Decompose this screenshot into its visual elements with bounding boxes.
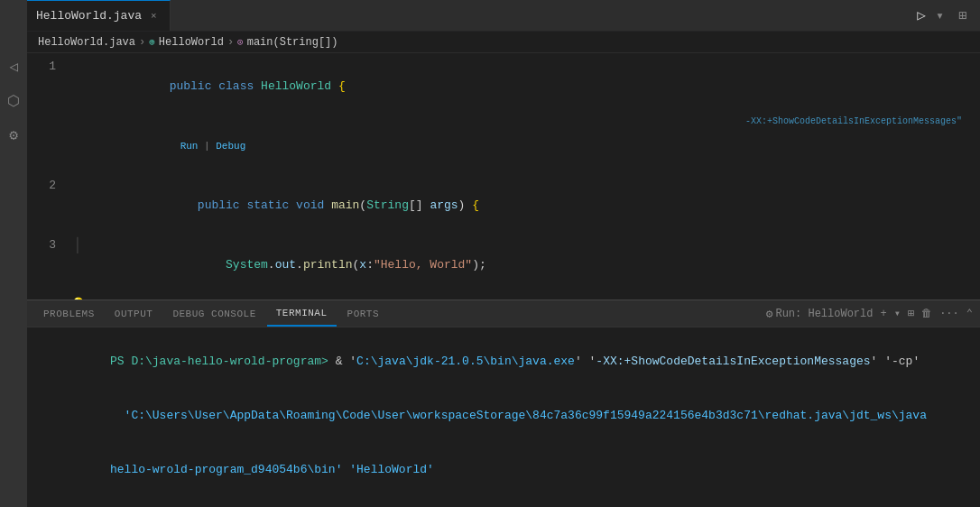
settings-icon[interactable]: ⚙ (5, 123, 22, 148)
breadcrumb-class[interactable]: HelloWorld (159, 36, 224, 49)
code-line-3: 3 │ System.out.println(x:"Hello, World")… (27, 235, 980, 295)
trash-icon: 🗑 (921, 307, 932, 320)
line-content-4: } (85, 295, 980, 300)
panel-tabs: PROBLEMS OUTPUT DEBUG CONSOLE TERMINAL P… (27, 300, 980, 327)
panel-tabs-right: ⚙ Run: HelloWorld + ▾ ⊞ 🗑 (766, 307, 973, 321)
code-line-4: 4 💡 } (27, 295, 980, 300)
tab-problems[interactable]: PROBLEMS (34, 300, 104, 327)
plus-icon: + (880, 308, 886, 320)
gear-icon: ⚙ (766, 307, 773, 321)
hint-overlay: -XX:+ShowCodeDetailsInExceptionMessages" (745, 116, 962, 126)
terminal-line-3: hello-wrold-program_d94054b6\bin' 'Hello… (40, 443, 967, 497)
editor-area[interactable]: -XX:+ShowCodeDetailsInExceptionMessages"… (27, 53, 980, 300)
code-container[interactable]: -XX:+ShowCodeDetailsInExceptionMessages"… (27, 53, 980, 300)
terminal-line-1: PS D:\java-hello-wrold-program> & 'C:\ja… (40, 335, 967, 389)
code-line-1: 1 public class HelloWorld { (27, 57, 980, 116)
line-content-3: System.out.println(x:"Hello, World"); (85, 235, 980, 295)
line-num-3: 3 (27, 235, 70, 255)
collapse-panel-button[interactable]: ⌃ (966, 307, 973, 320)
breadcrumb-sep2: › (227, 36, 234, 49)
breadcrumb-method[interactable]: main(String[]) (247, 36, 338, 49)
tab-close-button[interactable]: × (147, 9, 161, 23)
panel-tabs-left: PROBLEMS OUTPUT DEBUG CONSOLE TERMINAL P… (34, 300, 388, 327)
terminal-content[interactable]: PS D:\java-hello-wrold-program> & 'C:\ja… (27, 327, 980, 507)
chevron-down-icon: ▾ (894, 307, 901, 320)
terminal-line-4: Hello, World (40, 497, 967, 507)
run-button[interactable]: ▷ (917, 6, 926, 24)
lightbulb-icon[interactable]: 💡 (70, 298, 86, 300)
more-icon: ··· (939, 308, 959, 320)
tab-bar-left: HelloWorld.java × (27, 0, 171, 31)
split-terminal-button[interactable]: ⊞ (908, 307, 914, 320)
tab-ports[interactable]: PORTS (338, 300, 389, 327)
term-cmd-1: & 'C:\java\jdk-21.0.5\bin\java.exe' '-XX… (328, 355, 920, 368)
run-dropdown-button[interactable]: ▾ (931, 5, 948, 26)
breadcrumb: HelloWorld.java › ⊕ HelloWorld › ⊙ main(… (27, 32, 980, 53)
split-icon: ⊞ (908, 307, 914, 320)
add-terminal-button[interactable]: + (880, 308, 886, 320)
explorer-icon[interactable]: ◁ (5, 54, 22, 79)
term-link-3: hello-wrold-program_d94054b6\bin' 'Hello… (110, 463, 434, 476)
line-num-4: 4 (27, 295, 70, 300)
main-content: HelloWorld.java × ▷ ▾ ⊞ HelloWorld.java … (27, 0, 980, 507)
term-path-1: PS D:\java-hello-wrold-program> (110, 355, 328, 368)
breadcrumb-method-icon: ⊙ (237, 36, 244, 48)
tab-bar: HelloWorld.java × ▷ ▾ ⊞ (27, 0, 980, 32)
run-label: Run: HelloWorld (775, 308, 873, 320)
run-link[interactable]: Run (180, 141, 199, 152)
tab-output[interactable]: OUTPUT (106, 300, 162, 327)
tab-bar-right: ▷ ▾ ⊞ (917, 5, 980, 26)
line-content-2: public static void main(String[] args) { (85, 176, 980, 235)
line-indicator-3: │ (70, 235, 85, 255)
terminal-dropdown-button[interactable]: ▾ (894, 307, 901, 320)
tab-debug-console[interactable]: DEBUG CONSOLE (163, 300, 264, 327)
more-actions-button[interactable]: ··· (939, 308, 959, 320)
tab-helloworld[interactable]: HelloWorld.java × (27, 0, 171, 31)
line-num-2: 2 (27, 176, 70, 196)
activity-bar: ◁ ⬡ ⚙ (0, 0, 27, 507)
run-helloworld-label: ⚙ Run: HelloWorld (766, 307, 874, 321)
code-line-2: 2 public static void main(String[] args)… (27, 176, 980, 235)
split-editor-button[interactable]: ⊞ (954, 5, 971, 26)
collapse-icon: ⌃ (966, 307, 973, 320)
editor-wrapper: HelloWorld.java › ⊕ HelloWorld › ⊙ main(… (27, 32, 980, 507)
line-indicator-4: 💡 (70, 295, 85, 300)
line-content-1: public class HelloWorld { (85, 57, 980, 116)
terminal-line-2: 'C:\Users\User\AppData\Roaming\Code\User… (40, 389, 967, 443)
tab-terminal[interactable]: TERMINAL (267, 300, 337, 327)
extensions-icon[interactable]: ⬡ (4, 88, 23, 114)
panel: PROBLEMS OUTPUT DEBUG CONSOLE TERMINAL P… (27, 300, 980, 507)
breadcrumb-class-icon: ⊕ (149, 36, 155, 48)
breadcrumb-sep1: › (139, 36, 145, 49)
breadcrumb-file[interactable]: HelloWorld.java (38, 36, 135, 49)
kill-terminal-button[interactable]: 🗑 (921, 307, 932, 320)
tab-filename: HelloWorld.java (36, 9, 142, 23)
debug-link[interactable]: Debug (216, 141, 245, 152)
line-num-1: 1 (27, 57, 70, 77)
term-link-2: 'C:\Users\User\AppData\Roaming\Code\User… (110, 409, 927, 422)
